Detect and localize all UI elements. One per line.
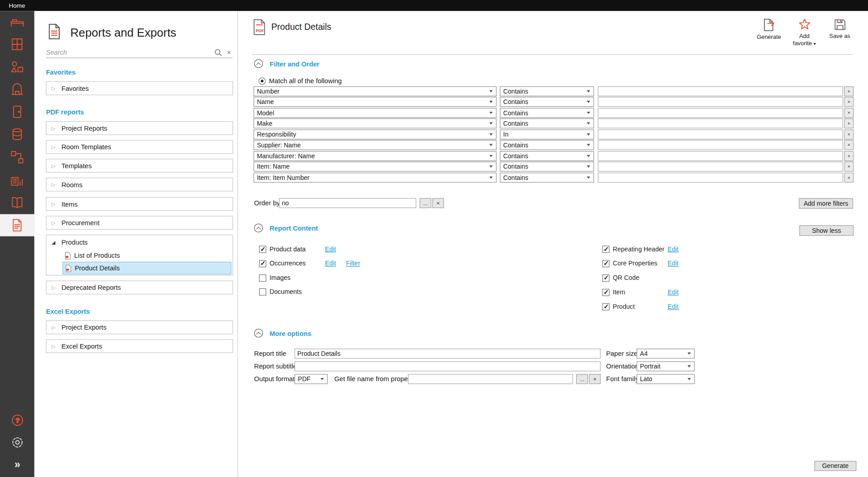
search-input[interactable] bbox=[46, 49, 211, 57]
font-family-select[interactable]: Lato bbox=[637, 374, 695, 384]
filter-field-select[interactable]: Supplier: Name bbox=[254, 140, 497, 150]
remove-filter-button[interactable]: × bbox=[844, 162, 854, 172]
paper-size-select[interactable]: A4 bbox=[637, 349, 695, 359]
filter-operator-select[interactable]: In bbox=[500, 129, 594, 139]
save-as-toolbar-button[interactable]: Save as bbox=[826, 18, 854, 39]
checkbox-product[interactable] bbox=[602, 303, 609, 310]
filter-value-input[interactable] bbox=[598, 140, 843, 150]
remove-filter-button[interactable]: × bbox=[844, 140, 854, 150]
remove-filter-button[interactable]: × bbox=[844, 173, 854, 183]
filter-value-input[interactable] bbox=[598, 129, 843, 139]
edit-link[interactable]: Edit bbox=[668, 260, 679, 267]
rail-item-cabinet[interactable] bbox=[0, 33, 34, 55]
rail-item-expand[interactable]: » bbox=[0, 454, 34, 476]
add-favorite-toolbar-button[interactable]: Add favorite ▾ bbox=[791, 18, 818, 47]
sidebar-item-favorites[interactable]: ▷ Favorites bbox=[46, 81, 233, 95]
sidebar-item-rooms[interactable]: ▷ Rooms bbox=[46, 178, 233, 192]
order-by-input[interactable] bbox=[279, 198, 416, 208]
filter-field-select[interactable]: Make bbox=[254, 118, 497, 128]
filter-operator-select[interactable]: Contains bbox=[500, 97, 594, 107]
rail-item-database[interactable] bbox=[0, 123, 34, 146]
remove-filter-button[interactable]: × bbox=[844, 108, 854, 118]
edit-link[interactable]: Edit bbox=[668, 303, 679, 310]
match-all-radio[interactable]: Match all of the following bbox=[259, 77, 342, 85]
file-name-clear-button[interactable]: × bbox=[589, 374, 601, 384]
filter-value-input[interactable] bbox=[598, 118, 843, 128]
checkbox-repeating-header[interactable] bbox=[602, 246, 609, 253]
collapse-content-section-button[interactable] bbox=[254, 223, 263, 232]
file-name-browse-button[interactable]: ... bbox=[576, 374, 588, 384]
filter-operator-select[interactable]: Contains bbox=[500, 108, 594, 118]
checkbox-documents[interactable] bbox=[259, 288, 266, 295]
add-more-filters-button[interactable]: Add more filters bbox=[799, 198, 853, 208]
sidebar-item-room-templates[interactable]: ▷ Room Templates bbox=[46, 140, 233, 154]
edit-link[interactable]: Edit bbox=[668, 289, 679, 296]
filter-field-select[interactable]: Item: Item Number bbox=[254, 173, 497, 183]
filter-field-select[interactable]: Number bbox=[254, 86, 497, 96]
rail-item-help[interactable]: ? bbox=[0, 410, 34, 431]
filter-operator-select[interactable]: Contains bbox=[500, 118, 594, 128]
rail-item-objects[interactable] bbox=[0, 56, 34, 78]
filter-field-select[interactable]: Manufacturer: Name bbox=[254, 151, 497, 161]
filter-operator-select[interactable]: Contains bbox=[500, 140, 594, 150]
filter-value-input[interactable] bbox=[598, 97, 843, 107]
remove-filter-button[interactable]: × bbox=[844, 86, 854, 96]
remove-filter-button[interactable]: × bbox=[844, 97, 854, 107]
collapse-options-section-button[interactable] bbox=[254, 329, 263, 338]
orientation-select[interactable]: Portrait bbox=[637, 361, 695, 371]
filter-value-input[interactable] bbox=[598, 162, 843, 172]
rail-item-catalog[interactable] bbox=[0, 191, 34, 213]
show-less-button[interactable]: Show less bbox=[799, 225, 854, 236]
rail-item-settings[interactable] bbox=[0, 432, 34, 453]
filter-operator-select[interactable]: Contains bbox=[500, 151, 594, 161]
filter-field-select[interactable]: Item: Name bbox=[254, 162, 497, 172]
generate-button[interactable]: Generate bbox=[814, 461, 856, 471]
edit-link[interactable]: Edit bbox=[668, 246, 679, 252]
search-icon[interactable] bbox=[214, 49, 222, 57]
report-subtitle-input[interactable] bbox=[294, 361, 600, 371]
checkbox-qr-code[interactable] bbox=[602, 274, 609, 281]
report-title-input[interactable] bbox=[294, 349, 600, 359]
sidebar-item-templates[interactable]: ▷ Templates bbox=[46, 159, 233, 173]
sidebar-item-project-exports[interactable]: ▷ Project Exports bbox=[46, 321, 233, 335]
order-by-browse-button[interactable]: ... bbox=[420, 198, 431, 208]
sidebar-item-deprecated-reports[interactable]: ▷ Deprecated Reports bbox=[46, 281, 233, 295]
checkbox-product-data[interactable] bbox=[259, 246, 266, 253]
sidebar-item-products[interactable]: ◢ Products bbox=[47, 235, 232, 249]
sidebar-item-items[interactable]: ▷ Items bbox=[46, 197, 233, 211]
sidebar-item-excel-exports[interactable]: ▷ Excel Exports bbox=[46, 339, 233, 353]
filter-link[interactable]: Filter bbox=[346, 260, 360, 267]
rail-item-systems[interactable] bbox=[0, 146, 34, 168]
filter-operator-select[interactable]: Contains bbox=[500, 86, 594, 96]
rail-item-furniture[interactable] bbox=[0, 11, 34, 33]
edit-link[interactable]: Edit bbox=[325, 260, 336, 267]
generate-toolbar-button[interactable]: Generate bbox=[755, 18, 783, 40]
file-name-property-input[interactable] bbox=[408, 374, 573, 384]
filter-field-select[interactable]: Responsibility bbox=[254, 129, 497, 139]
sidebar-item-procurement[interactable]: ▷ Procurement bbox=[46, 216, 233, 230]
sidebar-item-product-details[interactable]: Product Details bbox=[62, 262, 231, 274]
edit-link[interactable]: Edit bbox=[325, 246, 336, 252]
remove-filter-button[interactable]: × bbox=[844, 118, 854, 128]
filter-operator-select[interactable]: Contains bbox=[500, 162, 594, 172]
rail-item-door[interactable] bbox=[0, 101, 34, 123]
rail-item-equipment[interactable] bbox=[0, 78, 34, 100]
filter-value-input[interactable] bbox=[598, 151, 843, 161]
collapse-filter-section-button[interactable] bbox=[254, 59, 263, 68]
filter-field-select[interactable]: Name bbox=[254, 97, 497, 107]
filter-field-select[interactable]: Model bbox=[254, 108, 497, 118]
checkbox-core-properties[interactable] bbox=[602, 260, 609, 267]
clear-search-icon[interactable]: × bbox=[225, 49, 232, 57]
filter-value-input[interactable] bbox=[598, 173, 843, 183]
filter-operator-select[interactable]: Contains bbox=[500, 173, 594, 183]
sidebar-item-list-of-products[interactable]: List of Products bbox=[62, 249, 231, 262]
sidebar-item-project-reports[interactable]: ▷ Project Reports bbox=[46, 121, 233, 135]
rail-item-reports[interactable] bbox=[0, 214, 34, 236]
filter-value-input[interactable] bbox=[598, 108, 843, 118]
checkbox-images[interactable] bbox=[259, 274, 266, 281]
remove-filter-button[interactable]: × bbox=[844, 151, 854, 161]
checkbox-item[interactable] bbox=[602, 288, 609, 296]
output-format-select[interactable]: PDF bbox=[294, 374, 327, 384]
order-by-clear-button[interactable]: × bbox=[432, 198, 444, 208]
checkbox-occurrences[interactable] bbox=[259, 260, 266, 267]
